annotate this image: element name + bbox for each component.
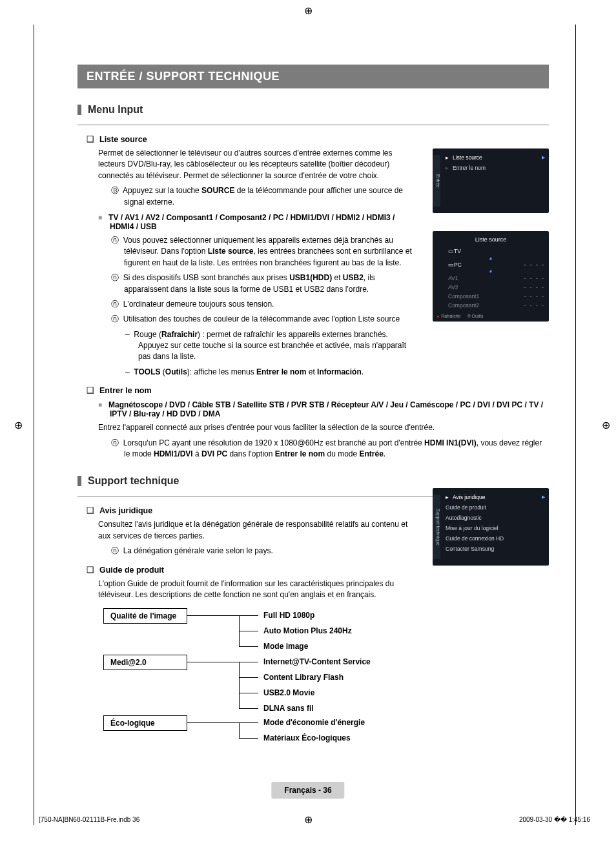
remote-icon: Ⓑ: [111, 186, 119, 195]
tree-box-eco: Éco-logique: [103, 715, 187, 731]
osd-title: Liste source: [436, 235, 545, 247]
tree-conn: [239, 662, 240, 708]
note-icon: ⓝ: [111, 314, 119, 323]
tree-leaf-6: USB2.0 Movie: [263, 688, 314, 697]
note-legal-varies: ⓝ La dénégation générale varie selon le …: [111, 546, 413, 557]
heading-menu-input: Menu Input: [77, 104, 549, 116]
edit-name-devices: Magnétoscope / DVD / Câble STB / Satelli…: [98, 400, 549, 418]
osd-src-tv: ▭ TV: [436, 247, 545, 256]
tree-conn: [239, 722, 240, 738]
note-select-only-connected: ⓝ Vous pouvez sélectionner uniquement le…: [111, 235, 413, 269]
page-content: ENTRÉE / SUPPORT TECHNIQUE Menu Input En…: [77, 65, 549, 750]
registration-mark-left: ⊕: [12, 418, 25, 431]
osd-item-selfdiag: Autodiagnostic: [436, 513, 545, 523]
note-pc-always-on: ⓝ L'ordinateur demeure toujours sous ten…: [111, 299, 413, 310]
osd-src-av1: AV1- - - -: [436, 274, 545, 283]
guide-desc: L'option Guide de produit fournit de l'i…: [98, 578, 413, 601]
section-title-bar: ENTRÉE / SUPPORT TECHNIQUE: [77, 65, 549, 88]
tree-conn: [239, 662, 258, 662]
source-list-desc: Permet de sélectionner le téléviseur ou …: [98, 148, 413, 181]
tree-conn: [239, 646, 258, 647]
note-icon: ⓝ: [111, 236, 119, 245]
osd-screenshot-input-menu: Entrée ▸Liste source ▸Entrer le nom: [433, 148, 549, 213]
osd-item-edit-name: ▸Entrer le nom: [436, 163, 545, 173]
note-colour-keys: ⓝ Utilisation des touches de couleur de …: [111, 314, 413, 325]
heading-divider: [77, 125, 549, 125]
heading-text: Menu Input: [88, 104, 143, 116]
osd-sidebar-tab: Support technique: [433, 495, 440, 559]
osd-item-swupdate: Mise à jour du logiciel: [436, 523, 545, 533]
page-footer-pill: Français - 36: [271, 782, 344, 799]
sub-source-list: Liste source: [87, 134, 413, 144]
dash-icon: –: [125, 367, 130, 376]
osd-arrow-down: ▼: [436, 269, 545, 274]
osd-foot-refresh: Rafraîchir: [436, 314, 461, 319]
heading-support: Support technique: [77, 475, 549, 487]
osd-src-av2: AV2- - - -: [436, 283, 545, 292]
crop-line-right: [575, 25, 576, 825]
print-footer-right: 2009-03-30 �� 1:45:16: [519, 816, 590, 823]
sub-legal: Avis juridique: [87, 506, 413, 515]
tree-conn: [239, 631, 258, 631]
dash-tools: – TOOLS (Outils): affiche les menus Entr…: [125, 367, 413, 378]
tree-leaf-2: Auto Motion Plus 240Hz: [263, 626, 352, 635]
tree-box-picture: Qualité de l'image: [103, 608, 187, 624]
osd-arrow-up: ▲: [436, 256, 545, 260]
legal-desc: Consultez l'avis juridique et la dénégat…: [98, 519, 413, 542]
tree-conn: [239, 722, 258, 723]
osd-item-source-list: ▸Liste source: [436, 152, 545, 163]
print-footer-left: [750-NA]BN68-02111B-Fre.indb 36: [39, 816, 139, 823]
sub-edit-name: Entrer le nom: [87, 385, 549, 395]
osd-foot-tools: ⥁ Outils: [467, 314, 484, 319]
heading-tick: [77, 476, 81, 486]
note-icon: ⓝ: [111, 546, 119, 555]
tree-box-media: Medi@2.0: [103, 655, 187, 670]
sub-guide: Guide de produit: [87, 565, 413, 575]
tree-leaf-3: Mode image: [263, 642, 308, 651]
osd-screenshot-support: Support technique ▸Avis juridique Guide …: [433, 488, 549, 566]
tree-leaf-9: Matériaux Éco-logiques: [263, 733, 351, 742]
source-options: TV / AV1 / AV2 / Composant1 / Composant2…: [98, 213, 413, 231]
tree-conn: [239, 615, 258, 616]
column-left-2: Avis juridique Consultez l'avis juridiqu…: [77, 506, 413, 600]
heading-tick: [77, 105, 81, 115]
note-usb-order: ⓝ Si des dispositifs USB sont branchés a…: [111, 272, 413, 295]
tree-leaf-4: Internet@TV-Content Service: [263, 657, 371, 666]
osd-item-hdguide: Guide de connexion HD: [436, 533, 545, 544]
osd-src-comp1: Composant1- - - -: [436, 292, 545, 301]
tree-conn: [239, 677, 258, 678]
registration-mark-top: ⊕: [302, 4, 314, 17]
tree-conn: [187, 615, 239, 616]
osd-screenshot-source-list: Liste source ▭ TV ▲ ▭ PC- - - - ▼ AV1- -…: [433, 231, 549, 322]
tree-conn: [187, 722, 239, 723]
tree-leaf-1: Full HD 1080p: [263, 611, 314, 620]
osd-item-contact: Contacter Samsung: [436, 544, 545, 554]
registration-mark-bottom: ⊕: [302, 813, 314, 826]
note-icon: ⓝ: [111, 300, 119, 309]
tree-conn: [239, 693, 258, 693]
tree-conn: [187, 662, 239, 662]
osd-item-legal: ▸Avis juridique: [436, 492, 545, 502]
feature-tree: Qualité de l'image Medi@2.0 Éco-logique …: [103, 608, 549, 750]
tree-leaf-8: Mode d'économie d'énergie: [263, 718, 365, 727]
note-icon: ⓝ: [111, 273, 119, 282]
osd-footer: Rafraîchir ⥁ Outils: [436, 310, 545, 319]
osd-sidebar-tab: Entrée: [433, 155, 440, 207]
tree-conn: [239, 708, 258, 709]
edit-name-desc: Entrez l'appareil connecté aux prises d'…: [98, 422, 549, 433]
tree-leaf-5: Content Library Flash: [263, 673, 344, 682]
crop-line-left: [34, 25, 34, 825]
note-hdmi-dvi-pc: ⓝ Lorsqu'un PC ayant une résolution de 1…: [111, 438, 549, 460]
osd-src-comp2: Composant2- - - -: [436, 301, 545, 310]
tree-conn: [239, 738, 258, 739]
dash-icon: –: [125, 330, 130, 339]
column-left-1: Liste source Permet de sélectionner le t…: [77, 134, 413, 378]
note-press-source: Ⓑ Appuyez sur la touche SOURCE de la tél…: [111, 185, 413, 208]
osd-src-pc: ▭ PC- - - -: [436, 260, 545, 269]
heading-text: Support technique: [88, 475, 179, 487]
dash-refresh: – Rouge (Rafraîchir) : permet de rafraîc…: [125, 329, 413, 363]
registration-mark-right: ⊕: [599, 418, 612, 431]
osd-item-guide: Guide de produit: [436, 502, 545, 513]
note-icon: ⓝ: [111, 438, 119, 447]
tree-leaf-7: DLNA sans fil: [263, 704, 314, 713]
